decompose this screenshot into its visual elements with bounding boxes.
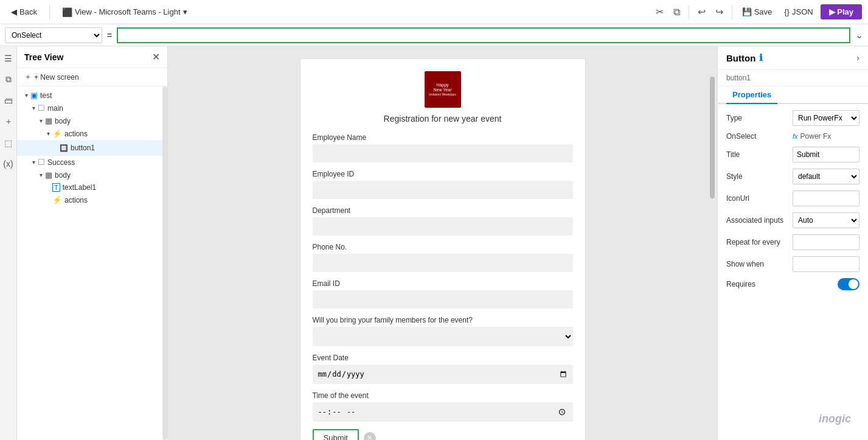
prop-row-requires: Requires <box>726 278 859 290</box>
prop-row-associated-inputs: Associated inputs Auto <box>726 212 859 228</box>
play-button[interactable]: ▶ Play <box>821 4 862 19</box>
tree-panel: Tree View ✕ ＋ + New screen ▾ ▣ test ▾ ☐ … <box>17 46 168 440</box>
copy-icon[interactable]: ⧉ <box>670 4 684 20</box>
chevron-body-success: ▾ <box>36 172 45 178</box>
input-time[interactable] <box>313 402 573 422</box>
sidebar-icons: ☰ ⧉ 🗃 ＋ ⬚ (x) <box>0 46 17 440</box>
logo-line2: New Year <box>429 88 456 93</box>
tree-item-button1[interactable]: 🔲 button1 ··· <box>17 140 167 156</box>
cancel-x-icon: ✕ <box>367 434 372 440</box>
cancel-circle-icon[interactable]: ✕ <box>364 432 376 441</box>
view-selector[interactable]: ⬛ View - Microsoft Teams - Light ▾ <box>57 5 192 19</box>
prop-row-type: Type Run PowerFx <box>726 110 859 126</box>
props-info-icon[interactable]: ℹ <box>759 52 763 63</box>
prop-select-associated-inputs[interactable]: Auto <box>793 212 859 228</box>
prop-fx-value-onselect: Power Fx <box>800 132 832 141</box>
tree-item-textlabel1[interactable]: T textLabel1 <box>17 181 167 194</box>
chevron-test: ▾ <box>22 92 30 99</box>
variable-icon[interactable]: (x) <box>1 156 15 171</box>
cut-icon[interactable]: ✂ <box>652 4 667 20</box>
canvas-scrollbar[interactable] <box>710 77 715 198</box>
tree-scrollbar[interactable] <box>162 86 167 440</box>
props-title-row: Button ℹ <box>726 52 763 63</box>
formula-bar: OnSelect = ⌄ <box>0 24 868 46</box>
tab-properties[interactable]: Properties <box>726 86 777 104</box>
prop-row-repeat: Repeat for every <box>726 234 859 250</box>
prop-label-onselect: OnSelect <box>726 132 775 141</box>
formula-equals: = <box>107 30 112 40</box>
formula-input[interactable] <box>117 27 850 43</box>
field-family: Will you bring your family members for t… <box>313 316 573 346</box>
form-title: Registration for new year event <box>313 114 573 124</box>
properties-panel: Button ℹ › button1 Properties Type Run P… <box>717 46 868 440</box>
input-email[interactable] <box>313 290 573 309</box>
tree-item-body-main[interactable]: ▾ ▦ body <box>17 114 167 127</box>
components-icon[interactable]: ⬚ <box>2 136 15 150</box>
plus-icon[interactable]: ＋ <box>2 114 15 130</box>
prop-label-repeat: Repeat for every <box>726 238 780 246</box>
layers-icon[interactable]: ⧉ <box>3 72 14 87</box>
label-time: Time of the event <box>313 391 573 400</box>
logo-line3: Invitation Weekdays <box>429 93 456 96</box>
new-screen-plus-icon: ＋ <box>24 72 32 82</box>
fx-icon: fx <box>793 133 798 140</box>
container-icon-main: ☐ <box>38 103 45 113</box>
prop-input-title[interactable] <box>793 147 859 162</box>
input-department[interactable] <box>313 217 573 236</box>
tree-close-button[interactable]: ✕ <box>152 51 160 63</box>
top-bar-right: ✂ ⧉ ↩ ↪ 💾 Save {} JSON ▶ Play <box>652 4 862 20</box>
redo-button[interactable]: ↪ <box>712 4 727 20</box>
prop-toggle-requires[interactable] <box>838 278 859 290</box>
tree-item-test[interactable]: ▾ ▣ test <box>17 89 167 102</box>
prop-input-showwhen[interactable] <box>793 256 859 272</box>
json-button[interactable]: {} JSON <box>779 5 818 19</box>
input-employee-id[interactable] <box>313 181 573 199</box>
field-department: Department <box>313 206 573 236</box>
tree-item-actions-main[interactable]: ▾ ⚡ actions <box>17 127 167 140</box>
screen-icon-test: ▣ <box>30 91 38 100</box>
prop-select-style[interactable]: default <box>793 169 859 184</box>
undo-button[interactable]: ↩ <box>694 4 709 20</box>
tree-title: Tree View <box>24 52 63 62</box>
field-employee-name: Employee Name <box>313 133 573 162</box>
props-expand-button[interactable]: › <box>856 53 859 63</box>
input-employee-name[interactable] <box>313 144 573 162</box>
new-screen-button[interactable]: ＋ + New screen <box>17 68 167 86</box>
text-icon-textlabel1: T <box>52 183 60 192</box>
tree-item-success[interactable]: ▾ ☐ Success <box>17 156 167 169</box>
props-title-label: Button <box>726 53 755 63</box>
formula-property-select[interactable]: OnSelect <box>5 27 102 43</box>
tree-label-actions-main: actions <box>64 130 167 138</box>
tree-item-main[interactable]: ▾ ☐ main <box>17 102 167 114</box>
label-email: Email ID <box>313 279 573 288</box>
input-date[interactable] <box>313 365 573 384</box>
prop-row-title: Title <box>726 147 859 162</box>
prop-label-showwhen: Show when <box>726 260 775 268</box>
label-department: Department <box>313 206 573 215</box>
menu-icon[interactable]: ☰ <box>2 51 15 66</box>
prop-label-type: Type <box>726 114 775 122</box>
tree-label-success: Success <box>47 158 167 167</box>
input-phone[interactable] <box>313 254 573 272</box>
tree-label-actions-success: actions <box>64 196 167 204</box>
field-employee-id: Employee ID <box>313 170 573 199</box>
tree-content: ▾ ▣ test ▾ ☐ main ▾ ▦ body ▾ ⚡ actions <box>17 86 167 440</box>
tree-item-body-success[interactable]: ▾ ▦ body <box>17 169 167 181</box>
data-icon[interactable]: 🗃 <box>2 93 15 108</box>
select-family[interactable]: Yes No <box>313 327 573 346</box>
prop-input-repeat[interactable] <box>793 234 859 250</box>
tree-label-test: test <box>40 91 167 100</box>
field-date: Event Date <box>313 354 573 384</box>
prop-input-iconurl[interactable] <box>793 190 859 206</box>
formula-expand-button[interactable]: ⌄ <box>855 29 863 41</box>
prop-select-type[interactable]: Run PowerFx <box>793 110 859 126</box>
tree-item-actions-success[interactable]: ⚡ actions <box>17 194 167 206</box>
submit-button[interactable]: Submit <box>313 429 359 440</box>
top-bar: ◀ Back ⬛ View - Microsoft Teams - Light … <box>0 0 868 24</box>
prop-row-showwhen: Show when <box>726 256 859 272</box>
back-button[interactable]: ◀ Back <box>6 5 42 19</box>
prop-fx-onselect[interactable]: fx Power Fx <box>793 132 859 141</box>
field-email: Email ID <box>313 279 573 309</box>
chevron-success: ▾ <box>29 159 38 166</box>
save-button[interactable]: 💾 Save <box>737 5 777 19</box>
